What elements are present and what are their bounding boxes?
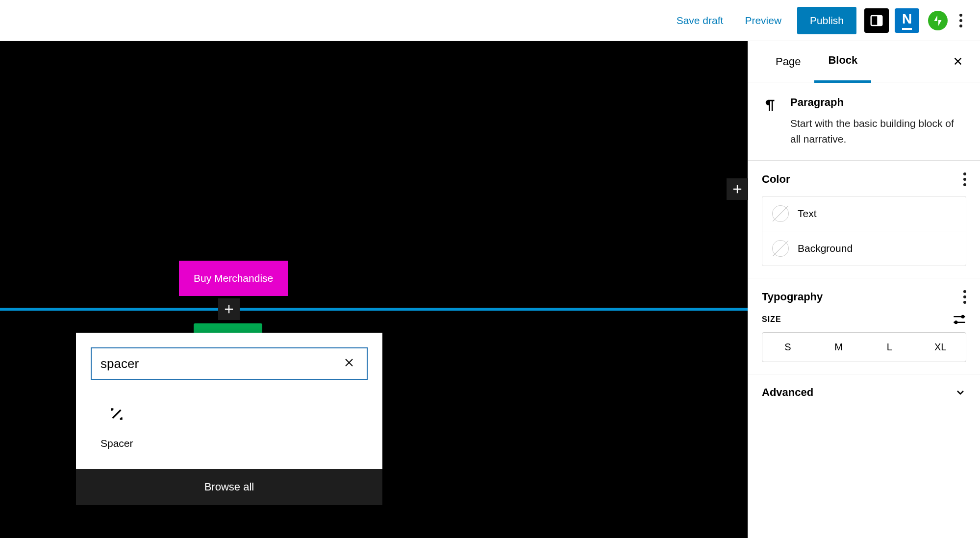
workspace: Buy Merchandise [0, 41, 980, 538]
preview-link[interactable]: Preview [734, 15, 792, 26]
tab-page[interactable]: Page [762, 42, 814, 82]
search-input[interactable] [101, 356, 340, 371]
close-sidebar-button[interactable] [950, 50, 966, 73]
color-section: Color Text Background [748, 160, 980, 278]
dot-icon [959, 14, 962, 17]
font-size-selector: S M L XL [762, 332, 966, 362]
block-header: Paragraph Start with the basic building … [748, 82, 980, 160]
size-m[interactable]: M [813, 333, 864, 362]
color-text-label: Text [798, 208, 817, 220]
plus-icon [730, 182, 744, 196]
svg-point-3 [961, 315, 965, 318]
close-icon [343, 357, 355, 368]
color-list: Text Background [762, 196, 966, 266]
top-bar: Save draft Preview Publish N [0, 0, 980, 41]
block-inserter-popup: Spacer Browse all [76, 333, 382, 505]
color-swatch-empty [772, 240, 789, 257]
dot-icon [959, 24, 962, 27]
advanced-section[interactable]: Advanced [748, 374, 980, 411]
publish-button[interactable]: Publish [797, 7, 856, 34]
jetpack-icon [931, 14, 944, 27]
jetpack-button[interactable] [928, 11, 948, 30]
size-s[interactable]: S [762, 333, 813, 362]
dot-icon [963, 301, 966, 304]
panel-icon [869, 13, 884, 28]
sidebar-tabs: Page Block [748, 41, 980, 82]
typography-section: Typography SIZE S M L [748, 278, 980, 374]
dot-icon [963, 172, 966, 175]
buy-merchandise-button[interactable]: Buy Merchandise [179, 261, 288, 296]
dot-icon [963, 183, 966, 186]
advanced-heading: Advanced [762, 386, 813, 399]
color-background-label: Background [798, 243, 853, 254]
chevron-down-icon [955, 387, 966, 398]
size-l[interactable]: L [864, 333, 915, 362]
color-heading: Color [762, 173, 790, 186]
dot-icon [963, 295, 966, 298]
spacer-icon [107, 404, 126, 424]
typography-options-button[interactable] [963, 290, 966, 304]
color-swatch-empty [772, 205, 789, 222]
block-title: Paragraph [790, 96, 966, 109]
inserter-result-spacer[interactable]: Spacer [96, 399, 138, 454]
paragraph-icon [762, 97, 779, 114]
sliders-icon[interactable] [953, 314, 966, 325]
block-description: Start with the basic building block of a… [790, 116, 966, 147]
color-text-row[interactable]: Text [762, 196, 966, 231]
site-logo-button[interactable]: N [895, 8, 919, 33]
editor-canvas[interactable]: Buy Merchandise [0, 41, 748, 538]
clear-search-button[interactable] [340, 355, 358, 372]
inserter-results: Spacer [76, 394, 382, 469]
settings-sidebar: Page Block Paragraph Start with the basi… [748, 41, 980, 538]
plus-icon [222, 302, 236, 316]
dot-icon [963, 290, 966, 293]
save-draft-link[interactable]: Save draft [666, 15, 734, 26]
color-options-button[interactable] [963, 172, 966, 186]
block-insertion-indicator [0, 308, 748, 311]
close-icon [953, 56, 963, 67]
svg-point-5 [955, 320, 958, 324]
more-options-button[interactable] [954, 6, 968, 35]
svg-rect-1 [877, 16, 882, 25]
dot-icon [959, 19, 962, 22]
tab-block[interactable]: Block [814, 40, 871, 83]
inserter-result-label: Spacer [101, 438, 133, 449]
size-xl[interactable]: XL [915, 333, 966, 362]
typography-heading: Typography [762, 291, 823, 303]
add-block-side-button[interactable] [727, 178, 748, 200]
color-background-row[interactable]: Background [762, 231, 966, 266]
dot-icon [963, 178, 966, 181]
insert-block-button[interactable] [218, 298, 240, 320]
sidebar-toggle-button[interactable] [864, 8, 889, 33]
site-logo-letter: N [902, 11, 912, 30]
size-label: SIZE [762, 315, 781, 324]
inserter-search-field[interactable] [91, 347, 368, 380]
browse-all-button[interactable]: Browse all [76, 469, 382, 505]
